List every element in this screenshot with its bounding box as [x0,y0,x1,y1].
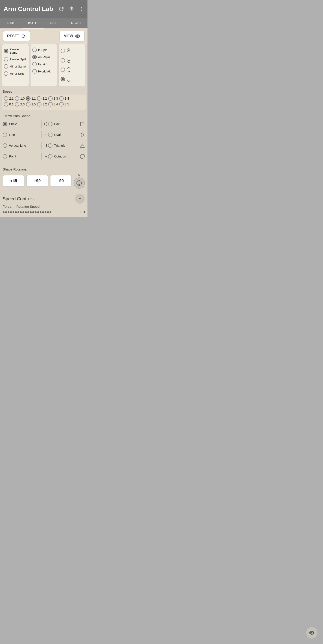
svg-point-10 [81,133,84,137]
speed-3-4[interactable]: 3:4 [48,102,58,106]
slider-dot[interactable] [50,211,51,213]
speed-1-1[interactable]: 1:1 [26,96,36,101]
radio-octagon [48,154,52,158]
slider-dot[interactable] [27,211,29,213]
tab-left[interactable]: LEFT [44,18,66,28]
radio-spin-0 [60,49,65,53]
elbow-row-vline-triangle: Vertical Line Triangle [3,140,85,151]
elbow-circle[interactable]: Circle [3,122,40,126]
speed-0-1-label: 0:1 [9,102,14,106]
mode-in-spin[interactable]: In-Spin [32,46,56,54]
speed-1-0[interactable]: 1:0 [15,96,24,101]
dial-icon [76,180,82,186]
elbow-point[interactable]: Point [3,154,40,158]
radio-hybrid-alt [32,69,37,74]
svg-point-0 [81,7,82,8]
speed-1-2[interactable]: 1:2 [37,96,47,101]
slider-dot[interactable] [37,211,39,213]
spin-icon-double-down[interactable] [60,56,84,65]
mode-parallel-same[interactable]: Parallel Same [4,46,27,56]
elbow-point-label: Point [9,154,16,158]
elbow-octagon-label: Octagon [54,154,66,158]
elbow-circle-label: Circle [9,122,17,126]
mode-mirror-same[interactable]: Mirror Same [4,63,27,70]
speed-1-3[interactable]: 1:3 [48,96,58,101]
speed-3-2[interactable]: 3:2 [37,102,47,106]
radio-in-spin [32,48,37,52]
app-title: Arm Control Lab [4,6,53,12]
collapse-button[interactable] [75,194,85,204]
mode-parallel-same-label: Parallel Same [10,48,27,54]
more-vertical-icon[interactable] [78,6,84,12]
spin-icon-single-down[interactable] [60,74,84,84]
tab-lab[interactable]: LAB [0,18,22,28]
rotation-plus90-button[interactable]: +90 [26,175,48,187]
slider-dot[interactable] [47,211,49,213]
speed-2-5[interactable]: 2:5 [26,102,36,106]
radio-triangle [48,143,52,148]
rotation-dial[interactable] [74,178,85,189]
tab-right[interactable]: RIGHT [66,18,88,28]
slider-dot[interactable] [20,211,22,213]
radio-speed-1-3 [48,96,53,101]
mode-parallel-split[interactable]: Parallel Split [4,56,27,63]
rotation-buttons: +45 +90 -90 0 [3,173,85,189]
view-button[interactable]: VIEW [60,31,85,42]
slider-dot[interactable] [3,211,4,213]
slider-dots[interactable] [3,211,76,213]
slider-dot[interactable] [22,211,24,213]
slider-dot[interactable] [5,211,7,213]
tab-both[interactable]: BOTH [22,18,44,28]
slider-dot[interactable] [45,211,46,213]
upload-icon[interactable] [68,6,75,12]
mode-hybrid-alt[interactable]: Hybrid Alt [32,68,56,75]
speed-0-1[interactable]: 0:1 [4,102,14,106]
line-shape-icon [44,132,48,137]
spin-icon-double-up[interactable] [60,46,84,56]
elbow-line[interactable]: Line [3,132,40,137]
elbow-box[interactable]: Box [48,122,85,126]
radio-spin-1 [60,58,65,62]
slider-dot[interactable] [10,211,12,213]
slider-dot[interactable] [42,211,44,213]
reset-button[interactable]: RESET [3,31,30,41]
elbow-vertical-line[interactable]: Vertical Line [3,143,40,148]
rotation-label: Shape Rotation: [3,166,30,172]
mode-anti-spin[interactable]: Anti-Spin [32,54,56,60]
slider-dot[interactable] [35,211,36,213]
elbow-octagon[interactable]: Octagon [48,154,85,159]
slider-dot[interactable] [40,211,42,213]
rotation-plus45-button[interactable]: +45 [3,175,24,187]
elbow-row-point-octagon: Point Octagon [3,151,85,162]
slider-dot[interactable] [15,211,17,213]
speed-2-3-label: 2:3 [20,102,24,106]
slider-dot[interactable] [18,211,19,213]
elbow-oval[interactable]: Oval [48,132,85,137]
radio-vertical-line [3,143,7,148]
mode-hybrid[interactable]: Hybrid [32,60,56,68]
speed-1-4[interactable]: 1:4 [59,96,69,101]
speed-2-1[interactable]: 2:1 [4,96,14,101]
speed-1-4-label: 1:4 [64,97,69,100]
radio-speed-2-3 [15,102,19,106]
speed-label: Speed [0,88,88,94]
slider-dot[interactable] [32,211,34,213]
radio-parallel-split [4,57,8,62]
header-actions [58,6,84,12]
spin-icon-split-v[interactable] [60,65,84,74]
slider-dot[interactable] [25,211,27,213]
point-shape-icon [44,154,48,158]
mode-mirror-split[interactable]: Mirror Split [4,70,27,77]
elbow-triangle[interactable]: Triangle [48,143,85,148]
slider-dot[interactable] [12,211,14,213]
radio-mirror-split [4,71,8,76]
slider-dot[interactable] [8,211,10,213]
elbow-label: Elbow Path Shape: [3,112,85,119]
speed-3-5[interactable]: 3:5 [59,102,69,106]
speed-2-3[interactable]: 2:3 [15,102,24,106]
rotation-minus90-button[interactable]: -90 [50,175,72,187]
refresh-icon[interactable] [58,6,64,12]
radio-speed-2-1 [4,96,8,101]
speed-controls-header: Speed Controls [3,194,85,204]
slider-dot[interactable] [30,211,32,213]
